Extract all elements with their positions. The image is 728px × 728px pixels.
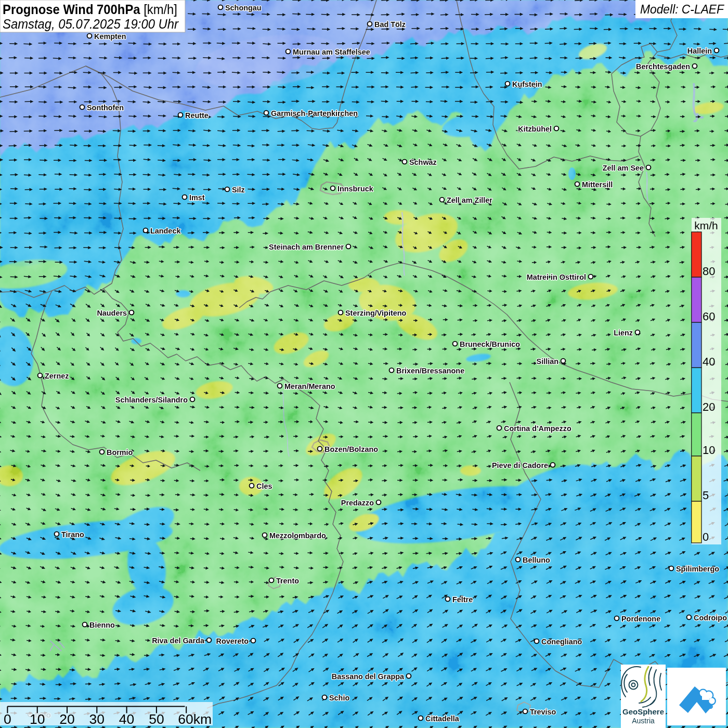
svg-text:Schio: Schio xyxy=(329,694,349,702)
svg-text:40: 40 xyxy=(703,355,715,368)
svg-text:Codroipo: Codroipo xyxy=(694,614,727,622)
svg-text:10: 10 xyxy=(30,711,45,727)
svg-text:Trento: Trento xyxy=(276,577,299,585)
svg-text:Steinach am Brenner: Steinach am Brenner xyxy=(269,243,344,251)
svg-text:Zernez: Zernez xyxy=(45,372,69,380)
svg-text:Tirano: Tirano xyxy=(61,530,84,539)
svg-text:30: 30 xyxy=(89,711,105,727)
svg-text:Meran/Merano: Meran/Merano xyxy=(284,382,335,391)
svg-text:Matrei in Osttirol: Matrei in Osttirol xyxy=(527,273,586,281)
svg-text:Imst: Imst xyxy=(189,193,205,202)
svg-text:Schwaz: Schwaz xyxy=(409,158,437,166)
svg-text:Mezzolombardo: Mezzolombardo xyxy=(269,531,326,540)
svg-text:Brixen/Bressanone: Brixen/Bressanone xyxy=(396,367,464,375)
svg-text:Spilimbergo: Spilimbergo xyxy=(676,565,719,573)
svg-text:GeoSphere: GeoSphere xyxy=(622,707,664,716)
svg-text:Mittersill: Mittersill xyxy=(582,180,613,189)
svg-text:Bruneck/Brunico: Bruneck/Brunico xyxy=(460,340,520,348)
svg-text:Zell am Ziller: Zell am Ziller xyxy=(447,196,492,204)
svg-text:Kempten: Kempten xyxy=(94,32,126,41)
svg-text:Rovereto: Rovereto xyxy=(216,637,249,645)
svg-text:Garmisch-Partenkirchen: Garmisch-Partenkirchen xyxy=(271,109,358,118)
svg-text:Cles: Cles xyxy=(256,482,272,490)
svg-text:5: 5 xyxy=(703,489,709,502)
svg-text:Kitzbühel: Kitzbühel xyxy=(518,125,552,133)
svg-text:Schlanders/Silandro: Schlanders/Silandro xyxy=(115,396,188,404)
svg-text:Landeck: Landeck xyxy=(150,227,181,235)
svg-text:Zell am See: Zell am See xyxy=(603,164,644,172)
svg-text:Schongau: Schongau xyxy=(225,4,262,12)
svg-text:Sonthofen: Sonthofen xyxy=(87,103,124,112)
svg-text:0: 0 xyxy=(703,530,709,543)
svg-text:Nauders: Nauders xyxy=(97,309,127,317)
svg-text:Murnau am Staffelsee: Murnau am Staffelsee xyxy=(293,48,370,56)
svg-text:km/h: km/h xyxy=(694,219,718,231)
svg-text:80: 80 xyxy=(703,265,715,278)
svg-text:20: 20 xyxy=(59,711,74,727)
svg-text:Modell: C-LAEF: Modell: C-LAEF xyxy=(640,2,724,16)
svg-text:Prognose Wind 700hPa [km/h]: Prognose Wind 700hPa [km/h] xyxy=(3,2,177,17)
svg-text:Feltre: Feltre xyxy=(452,595,473,604)
svg-text:60km: 60km xyxy=(178,711,212,727)
svg-text:Lienz: Lienz xyxy=(614,329,633,337)
svg-text:Bienno: Bienno xyxy=(89,621,115,629)
svg-text:Treviso: Treviso xyxy=(530,708,556,716)
svg-text:Innsbruck: Innsbruck xyxy=(337,185,374,193)
svg-text:Belluno: Belluno xyxy=(523,556,550,564)
svg-text:Sterzing/Vipiteno: Sterzing/Vipiteno xyxy=(345,309,406,317)
svg-text:Pieve di Cadore: Pieve di Cadore xyxy=(492,461,548,470)
svg-text:Bozen/Bolzano: Bozen/Bolzano xyxy=(324,445,378,453)
svg-text:Riva del Garda: Riva del Garda xyxy=(152,636,205,645)
svg-text:Austria: Austria xyxy=(632,717,655,725)
svg-text:Cortina d'Ampezzo: Cortina d'Ampezzo xyxy=(504,424,571,433)
svg-text:Bassano del Grappa: Bassano del Grappa xyxy=(332,672,405,681)
svg-text:20: 20 xyxy=(703,400,715,413)
svg-text:Cittadella: Cittadella xyxy=(425,714,460,723)
svg-text:50: 50 xyxy=(149,711,164,727)
svg-text:Conegliano: Conegliano xyxy=(541,638,582,646)
svg-text:Predazzo: Predazzo xyxy=(341,499,374,507)
svg-text:Samstag, 05.07.2025 19:00 Uhr: Samstag, 05.07.2025 19:00 Uhr xyxy=(3,17,179,31)
svg-text:Silz: Silz xyxy=(232,186,245,194)
svg-text:Sillian: Sillian xyxy=(537,357,558,366)
svg-text:Berchtesgaden: Berchtesgaden xyxy=(636,62,690,71)
svg-text:0: 0 xyxy=(4,711,11,727)
svg-text:60: 60 xyxy=(703,310,715,323)
svg-text:10: 10 xyxy=(703,444,715,457)
svg-text:40: 40 xyxy=(119,711,134,727)
svg-text:Hallein: Hallein xyxy=(687,47,712,55)
svg-text:Bormio: Bormio xyxy=(107,448,133,457)
svg-text:Pordenone: Pordenone xyxy=(621,615,660,623)
svg-text:Bad Tölz: Bad Tölz xyxy=(374,20,406,29)
svg-text:Kufstein: Kufstein xyxy=(512,80,542,88)
svg-text:Reutte: Reutte xyxy=(185,111,209,120)
